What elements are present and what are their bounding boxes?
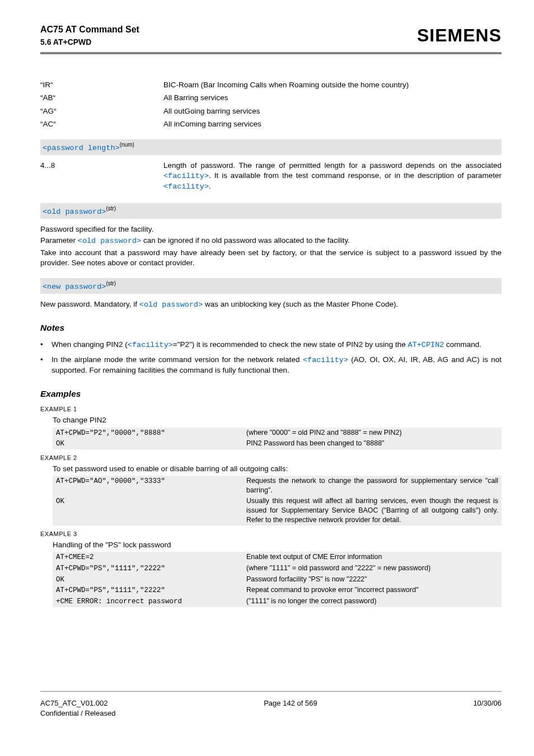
facility-row: “AG“ All outGoing barring services	[40, 106, 502, 116]
facility-val: BIC-Roam (Bar Incoming Calls when Roamin…	[163, 80, 502, 90]
facility-val: All Barring services	[163, 93, 502, 103]
example-cmd: AT+CPWD="AO","0000","3333"	[56, 476, 246, 486]
notes-item: • In the airplane mode the write command…	[40, 355, 502, 375]
facility-link[interactable]: <facility>	[303, 356, 348, 364]
old-password-link[interactable]: <old password>	[139, 300, 203, 309]
page-header: AC75 AT Command Set 5.6 AT+CPWD SIEMENS	[40, 24, 502, 48]
text: . It is available from the test command …	[209, 171, 502, 180]
example-desc: (where "0000" = old PIN2 and "8888" = ne…	[246, 428, 498, 438]
password-length-range: 4...8	[40, 161, 163, 194]
param-type-sup: (str)	[106, 280, 116, 287]
example-block: AT+CPWD="AO","0000","3333" Requests the …	[53, 476, 502, 525]
section-ref: 5.6 AT+CPWD	[40, 37, 139, 48]
param-bar-old-password: <old password>(str)	[40, 203, 502, 219]
examples-heading: Examples	[40, 388, 502, 400]
text: .	[209, 182, 211, 190]
example-cmd: AT+CPWD="PS","1111","2222"	[56, 564, 246, 574]
param-name-link[interactable]: <old password>	[43, 208, 106, 216]
example-label: EXAMPLE 1	[40, 405, 502, 414]
bullet-icon: •	[40, 340, 51, 350]
old-password-link[interactable]: <old password>	[78, 237, 141, 245]
facility-key: “AB“	[40, 93, 163, 103]
atcpin2-link[interactable]: AT+CPIN2	[408, 341, 444, 349]
facility-row: “AB“ All Barring services	[40, 93, 502, 103]
example-cmd: AT+CPWD="PS","1111","2222"	[56, 585, 246, 595]
example-row: +CME ERROR: incorrect password ("1111" i…	[53, 596, 502, 607]
header-rule	[40, 52, 502, 54]
example-desc: Enable text output of CME Error informat…	[246, 552, 498, 562]
text: was an unblocking key (such as the Maste…	[203, 300, 398, 308]
example-row: AT+CPWD="PS","1111","2222" Repeat comman…	[53, 585, 502, 596]
example-desc: Repeat command to provoke error "incorre…	[246, 585, 498, 595]
note-text: When changing PIN2 (<facility>="P2") it …	[51, 340, 502, 350]
text: ="P2") it is recommended to check the ne…	[173, 340, 408, 349]
example-cmd: AT+CMEE=2	[56, 552, 246, 562]
example-cmd: AT+CPWD="P2","0000","8888"	[56, 428, 246, 438]
example-intro: To change PIN2	[53, 415, 502, 425]
param-type-sup: (num)	[120, 142, 134, 148]
footer-row-1: AC75_ATC_V01.002 Page 142 of 569 10/30/0…	[40, 698, 502, 708]
example-cmd: OK	[56, 496, 246, 506]
example-label: EXAMPLE 2	[40, 454, 502, 462]
notes-item: • When changing PIN2 (<facility>="P2") i…	[40, 340, 502, 350]
facility-link[interactable]: <facility>	[128, 341, 173, 349]
example-cmd: OK	[56, 439, 246, 449]
new-password-desc: New password. Mandatory, if <old passwor…	[40, 299, 502, 310]
facility-val: All inComing barring services	[163, 119, 502, 129]
text: Length of password. The range of permitt…	[163, 161, 502, 170]
footer-row-2: Confidential / Released	[40, 708, 502, 719]
text: In the airplane mode the write command v…	[51, 355, 303, 364]
example-cmd: OK	[56, 575, 246, 585]
facility-link[interactable]: <facility>	[163, 172, 209, 180]
param-bar-password-length: <password length>(num)	[40, 139, 502, 155]
brand-logo: SIEMENS	[417, 24, 502, 48]
footer-right: 10/30/06	[473, 698, 502, 708]
example-block: AT+CMEE=2 Enable text output of CME Erro…	[53, 552, 502, 607]
example-row: AT+CMEE=2 Enable text output of CME Erro…	[53, 552, 502, 563]
example-intro: To set password used to enable or disabl…	[53, 464, 502, 474]
example-intro: Handling of the "PS" lock password	[53, 540, 502, 550]
facility-key: “AG“	[40, 106, 163, 116]
facility-val: All outGoing barring services	[163, 106, 502, 116]
old-password-p2: Parameter <old password> can be ignored …	[40, 236, 502, 246]
example-row: AT+CPWD="P2","0000","8888" (where "0000"…	[53, 428, 502, 439]
footer-left: AC75_ATC_V01.002	[40, 698, 107, 708]
facility-key: “AC“	[40, 119, 163, 129]
page-footer: AC75_ATC_V01.002 Page 142 of 569 10/30/0…	[40, 691, 502, 718]
param-bar-new-password: <new password>(str)	[40, 278, 502, 294]
example-desc: Usually this request will affect all bar…	[246, 496, 498, 525]
notes-heading: Notes	[40, 322, 502, 334]
example-desc: ("1111" is no longer the correct passwor…	[246, 597, 498, 606]
footer-center: Page 142 of 569	[264, 698, 317, 708]
example-desc: Requests the network to change the passw…	[246, 476, 498, 495]
text: can be ignored if no old password was al…	[141, 236, 350, 245]
old-password-p3: Take into account that a password may ha…	[40, 248, 502, 268]
example-cmd: +CME ERROR: incorrect password	[56, 597, 246, 607]
password-length-row: 4...8 Length of password. The range of p…	[40, 161, 502, 194]
facility-key: “IR“	[40, 80, 163, 90]
example-row: OK Password forfacility "PS" is now "222…	[53, 574, 502, 585]
facility-list: “IR“ BIC-Roam (Bar Incoming Calls when R…	[40, 80, 502, 129]
notes-list: • When changing PIN2 (<facility>="P2") i…	[40, 340, 502, 376]
param-type-sup: (str)	[106, 205, 116, 212]
text: When changing PIN2 (	[51, 340, 128, 349]
example-row: OK PIN2 Password has been changed to "88…	[53, 438, 502, 449]
facility-row: “AC“ All inComing barring services	[40, 119, 502, 129]
example-desc: PIN2 Password has been changed to "8888"	[246, 439, 498, 448]
header-title-block: AC75 AT Command Set 5.6 AT+CPWD	[40, 24, 139, 47]
password-length-desc: Length of password. The range of permitt…	[163, 161, 502, 192]
param-name-link[interactable]: <password length>	[43, 144, 120, 152]
facility-link[interactable]: <facility>	[163, 182, 209, 191]
text: New password. Mandatory, if	[40, 300, 139, 308]
text: Parameter	[40, 236, 78, 245]
note-text: In the airplane mode the write command v…	[51, 355, 502, 375]
example-row: AT+CPWD="AO","0000","3333" Requests the …	[53, 476, 502, 496]
example-label: EXAMPLE 3	[40, 530, 502, 538]
footer-rule	[40, 691, 502, 692]
param-name-link[interactable]: <new password>	[43, 283, 106, 291]
example-desc: (where "1111" = old password and "2222" …	[246, 564, 498, 573]
old-password-p1: Password specified for the facility.	[40, 224, 502, 234]
bullet-icon: •	[40, 355, 51, 375]
doc-title: AC75 AT Command Set	[40, 24, 139, 36]
example-row: OK Usually this request will affect all …	[53, 496, 502, 525]
